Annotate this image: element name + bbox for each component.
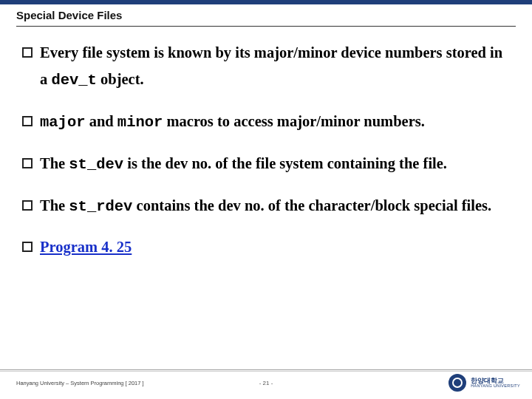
- code-run: st_dev: [69, 156, 123, 173]
- title-area: Special Device Files: [0, 4, 532, 30]
- footer: Hanyang University – System Programming …: [0, 369, 532, 399]
- text-run: macros to access major/minor numbers.: [163, 113, 425, 129]
- logo-badge-icon: [449, 374, 466, 392]
- program-link[interactable]: Program 4. 25: [40, 239, 132, 255]
- page-title: Special Device Files: [16, 9, 516, 21]
- logo-text: 한양대학교 HANYANG UNIVERSITY: [471, 378, 520, 389]
- text-run: The: [40, 197, 69, 214]
- bullet-text: Program 4. 25: [40, 234, 511, 261]
- content-area: Every file system is known by its major/…: [0, 30, 532, 261]
- title-underline: [16, 26, 516, 27]
- logo-en: HANYANG UNIVERSITY: [471, 384, 520, 389]
- text-run: is the dev no. of the file system contai…: [123, 155, 447, 171]
- text-run: The: [40, 155, 69, 171]
- bullet-item: Every file system is known by its major/…: [22, 40, 511, 94]
- footer-rule-light: [0, 371, 532, 372]
- university-logo: 한양대학교 HANYANG UNIVERSITY: [449, 374, 520, 392]
- bullet-text: Every file system is known by its major/…: [40, 40, 511, 94]
- bullet-item: Program 4. 25: [22, 234, 511, 261]
- text-run: object.: [97, 71, 144, 87]
- code-run: dev_t: [51, 72, 97, 89]
- code-run: st_rdev: [69, 198, 132, 215]
- bullet-item: The st_dev is the dev no. of the file sy…: [22, 151, 511, 178]
- bullet-square-icon: [22, 116, 33, 126]
- bullet-item: major and minor macros to access major/m…: [22, 109, 511, 136]
- text-run: contains the dev no. of the character/bl…: [132, 197, 491, 214]
- bullet-square-icon: [22, 200, 33, 211]
- page-number: - 21 -: [259, 380, 273, 386]
- bullet-text: major and minor macros to access major/m…: [40, 109, 511, 136]
- footer-left-text: Hanyang University – System Programming …: [16, 380, 144, 386]
- slide: Special Device Files Every file system i…: [0, 0, 532, 399]
- bullet-square-icon: [22, 158, 33, 168]
- bullet-text: The st_dev is the dev no. of the file sy…: [40, 151, 511, 178]
- code-run: minor: [117, 114, 163, 131]
- bullet-square-icon: [22, 47, 33, 58]
- footer-rule: [0, 369, 532, 370]
- bullet-text: The st_rdev contains the dev no. of the …: [40, 193, 511, 220]
- code-run: major: [40, 114, 86, 131]
- text-run: and: [86, 113, 117, 129]
- bullet-square-icon: [22, 242, 33, 252]
- bullet-item: The st_rdev contains the dev no. of the …: [22, 193, 511, 220]
